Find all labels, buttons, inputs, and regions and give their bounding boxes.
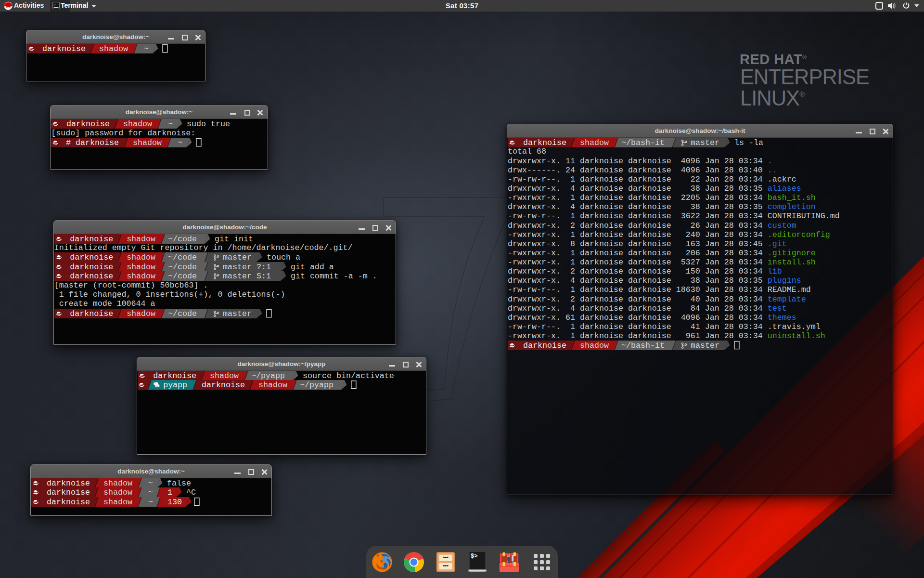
svg-text:touch a: touch a [267, 253, 300, 262]
svg-text:ls -la: ls -la [734, 138, 763, 147]
svg-text:darknoise: darknoise [47, 479, 90, 488]
svg-text:~: ~ [148, 479, 153, 488]
svg-text:darknoise: darknoise [76, 138, 119, 147]
svg-text:^C: ^C [186, 488, 196, 497]
svg-text:~: ~ [168, 119, 173, 129]
svg-text:darknoise: darknoise [523, 138, 566, 147]
svg-text:darknoise: darknoise [70, 263, 113, 272]
svg-text:shadow: shadow [127, 272, 155, 281]
svg-text:~: ~ [148, 498, 153, 507]
svg-text:shadow: shadow [580, 138, 609, 147]
svg-text:shadow: shadow [103, 498, 132, 507]
svg-text:shadow: shadow [123, 119, 152, 129]
svg-text:darknoise: darknoise [202, 381, 245, 390]
svg-text:130: 130 [167, 498, 182, 507]
svg-text:~: ~ [144, 44, 149, 53]
svg-text:master ?:1: master ?:1 [223, 263, 271, 272]
svg-text:>_: >_ [53, 3, 58, 7]
svg-text:master: master [691, 341, 719, 350]
svg-text:master: master [223, 253, 252, 262]
svg-text:master S:1: master S:1 [223, 272, 271, 281]
svg-text:#: # [66, 138, 71, 147]
svg-text:~/code: ~/code [168, 263, 197, 272]
svg-text:shadow: shadow [99, 44, 128, 53]
svg-text:git commit -a -m .: git commit -a -m . [291, 272, 377, 281]
svg-text:shadow: shadow [127, 263, 155, 272]
svg-text:git add a: git add a [291, 263, 334, 272]
svg-text:~/code: ~/code [168, 253, 197, 262]
svg-text:pyapp: pyapp [163, 381, 187, 390]
svg-text:~: ~ [148, 488, 153, 497]
svg-text:~/code: ~/code [168, 235, 197, 244]
svg-text:shadow: shadow [133, 138, 162, 147]
svg-text:~/code: ~/code [168, 272, 197, 281]
svg-text:~/pyapp: ~/pyapp [300, 381, 334, 390]
svg-text:master: master [223, 309, 252, 318]
svg-text:master: master [691, 138, 719, 147]
svg-text:darknoise: darknoise [523, 341, 566, 350]
svg-text:~: ~ [178, 138, 182, 147]
svg-text:darknoise: darknoise [47, 488, 90, 497]
svg-text:shadow: shadow [127, 235, 155, 244]
svg-text:~/code: ~/code [168, 309, 197, 318]
svg-text:shadow: shadow [127, 253, 155, 262]
svg-text:git init: git init [215, 235, 253, 244]
svg-text:darknoise: darknoise [66, 119, 110, 129]
svg-text:darknoise: darknoise [47, 498, 90, 507]
svg-text:1: 1 [167, 488, 172, 497]
svg-text:darknoise: darknoise [70, 235, 113, 244]
svg-text:source bin/activate: source bin/activate [303, 371, 394, 381]
svg-text:false: false [167, 479, 191, 488]
svg-text:darknoise: darknoise [70, 253, 113, 262]
svg-text:shadow: shadow [580, 341, 609, 350]
svg-text:shadow: shadow [210, 371, 239, 381]
svg-text:$>: $> [471, 553, 477, 560]
svg-text:shadow: shadow [258, 381, 287, 390]
svg-text:shadow: shadow [127, 309, 155, 318]
svg-text:~/pyapp: ~/pyapp [251, 371, 285, 381]
svg-text:shadow: shadow [103, 479, 132, 488]
svg-text:darknoise: darknoise [42, 44, 86, 53]
svg-text:darknoise: darknoise [153, 371, 196, 381]
svg-text:darknoise: darknoise [70, 272, 113, 281]
svg-text:~/bash-it: ~/bash-it [621, 341, 665, 350]
svg-text:darknoise: darknoise [70, 309, 113, 318]
svg-text:shadow: shadow [103, 488, 132, 497]
svg-text:~/bash-it: ~/bash-it [621, 138, 665, 147]
svg-text:sudo true: sudo true [187, 119, 230, 129]
